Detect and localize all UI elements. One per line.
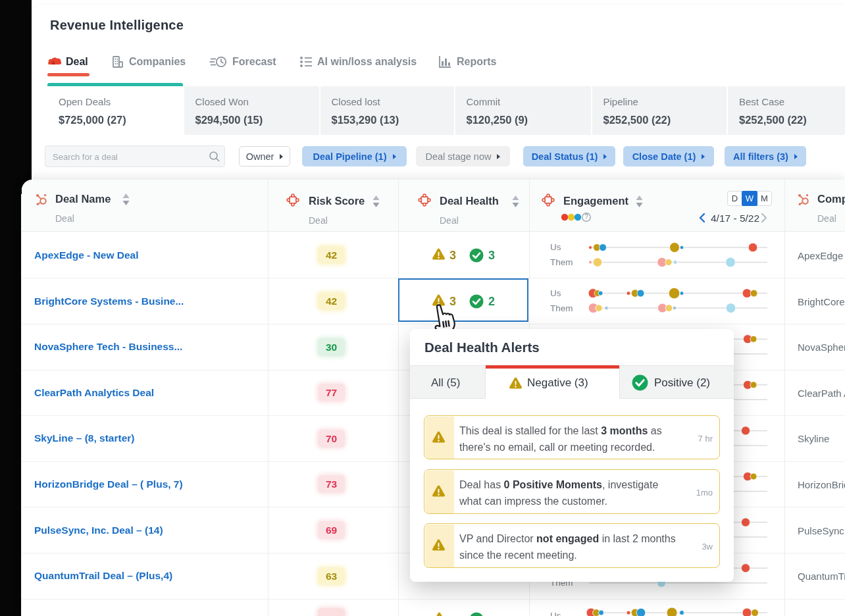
svg-text:?: ?: [584, 213, 588, 220]
